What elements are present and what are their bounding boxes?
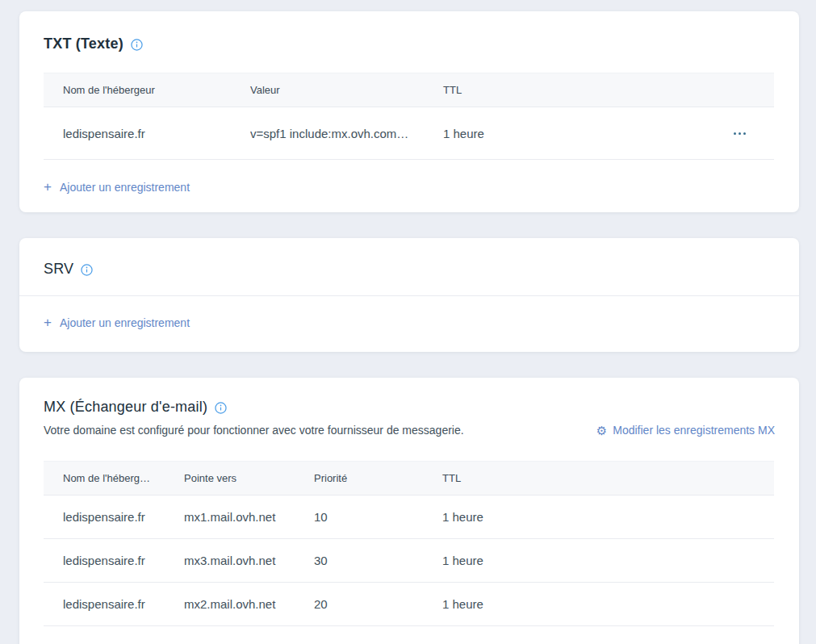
column-header-ttl: TTL: [443, 84, 705, 96]
plus-icon: +: [44, 317, 52, 328]
table-row: ledispensaire.fr mx1.mail.ovh.net 10 1 h…: [44, 496, 774, 539]
cell-host: ledispensaire.fr: [44, 554, 184, 567]
add-record-button[interactable]: + Ajouter un enregistrement: [44, 316, 190, 329]
mx-card-subheader: Votre domaine est configuré pour fonctio…: [44, 424, 775, 437]
cell-priority: 20: [314, 597, 442, 611]
cell-host: ledispensaire.fr: [44, 597, 184, 611]
cell-ttl: 1 heure: [443, 127, 705, 140]
info-icon[interactable]: [81, 264, 93, 276]
srv-card-title: SRV: [44, 261, 73, 278]
add-record-label: Ajouter un enregistrement: [60, 181, 190, 194]
add-record-button[interactable]: + Ajouter un enregistrement: [44, 181, 190, 194]
dns-records-page: TXT (Texte) Nom de l'hébergeur Valeur TT…: [0, 0, 816, 644]
plus-icon: +: [44, 182, 52, 193]
add-record-label: Ajouter un enregistrement: [60, 316, 190, 329]
column-header-host: Nom de l'héberg…: [44, 472, 184, 484]
cell-ttl: 1 heure: [442, 554, 774, 567]
txt-table-header-row: Nom de l'hébergeur Valeur TTL: [44, 73, 774, 107]
mx-records-table: Nom de l'héberg… Pointe vers Priorité TT…: [44, 461, 774, 626]
cell-points-to: mx2.mail.ovh.net: [184, 597, 314, 611]
cell-value: v=spf1 include:mx.ovh.com…: [250, 127, 443, 140]
three-dots-menu-icon[interactable]: [730, 126, 749, 141]
edit-mx-records-label: Modifier les enregistrements MX: [613, 424, 775, 437]
txt-record-card: TXT (Texte) Nom de l'hébergeur Valeur TT…: [19, 11, 799, 212]
cell-points-to: mx3.mail.ovh.net: [184, 554, 314, 567]
cell-ttl: 1 heure: [442, 510, 774, 524]
mx-description: Votre domaine est configuré pour fonctio…: [44, 424, 464, 437]
table-row: ledispensaire.fr mx3.mail.ovh.net 30 1 h…: [44, 539, 774, 583]
table-row: ledispensaire.fr mx2.mail.ovh.net 20 1 h…: [44, 583, 774, 626]
mx-record-card: MX (Échangeur d'e-mail) Votre domaine es…: [19, 378, 799, 644]
column-header-points-to: Pointe vers: [184, 472, 314, 484]
txt-card-header: TXT (Texte): [44, 36, 775, 52]
column-header-value: Valeur: [250, 84, 443, 96]
srv-card-body: + Ajouter un enregistrement: [19, 296, 799, 352]
column-header-priority: Priorité: [314, 472, 442, 484]
cell-priority: 30: [314, 554, 442, 567]
column-header-ttl: TTL: [442, 472, 774, 484]
mx-table-header-row: Nom de l'héberg… Pointe vers Priorité TT…: [44, 461, 774, 496]
txt-card-title: TXT (Texte): [44, 36, 123, 52]
srv-card-header: SRV: [19, 238, 799, 296]
cell-host: ledispensaire.fr: [44, 510, 184, 524]
cell-points-to: mx1.mail.ovh.net: [184, 510, 314, 524]
mx-card-header: MX (Échangeur d'e-mail): [44, 399, 775, 416]
srv-record-card: SRV + Ajouter un enregistrement: [19, 238, 799, 352]
txt-records-table: Nom de l'hébergeur Valeur TTL ledispensa…: [44, 73, 774, 160]
column-header-host: Nom de l'hébergeur: [44, 84, 250, 96]
cell-priority: 10: [314, 510, 442, 524]
info-icon[interactable]: [131, 39, 143, 51]
cell-host: ledispensaire.fr: [44, 127, 250, 140]
cell-ttl: 1 heure: [442, 597, 774, 611]
edit-mx-records-button[interactable]: ⚙ Modifier les enregistrements MX: [596, 424, 775, 437]
gear-icon: ⚙: [596, 424, 607, 437]
mx-card-title: MX (Échangeur d'e-mail): [44, 399, 207, 416]
info-icon[interactable]: [215, 402, 227, 414]
table-row: ledispensaire.fr v=spf1 include:mx.ovh.c…: [44, 107, 774, 160]
